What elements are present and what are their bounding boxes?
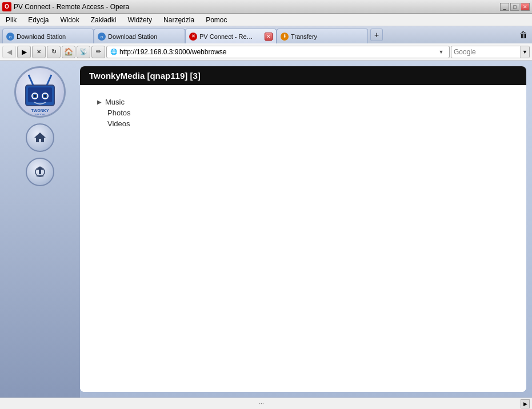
tab-download-station-1[interactable]: O Download Station: [2, 29, 94, 43]
list-item[interactable]: Photos: [97, 107, 509, 118]
svg-text:VISION: VISION: [35, 113, 45, 115]
sidebar-upload-button[interactable]: [26, 158, 54, 186]
menu-widzety[interactable]: Widżety: [124, 15, 155, 25]
browser-icon: O: [2, 2, 11, 11]
stop-button[interactable]: ✕: [32, 46, 46, 58]
close-button[interactable]: ✕: [521, 3, 530, 11]
tab-close-3[interactable]: ✕: [265, 33, 273, 41]
tab-label-1: Download Station: [17, 33, 66, 40]
status-dots: ···: [2, 400, 521, 407]
menu-zakladki[interactable]: Zakładki: [87, 15, 120, 25]
list-item[interactable]: Videos: [97, 118, 509, 129]
tab-transfery[interactable]: ⬇ Transfery: [277, 29, 368, 43]
back-button[interactable]: ◀: [2, 46, 16, 58]
content-title: TwonkyMedia [qnap119] [3]: [89, 71, 201, 81]
address-dropdown-arrow[interactable]: ▼: [437, 46, 446, 58]
media-item-label: Music: [105, 98, 125, 106]
trash-button[interactable]: 🗑: [517, 29, 530, 41]
tab-icon-4: ⬇: [281, 33, 289, 41]
home-nav-button[interactable]: 🏠: [62, 46, 75, 58]
menu-plik[interactable]: Plik: [2, 15, 20, 25]
main-area: TWONKY VISION TwonkyMedia [qnap119] [3]: [0, 61, 532, 398]
address-input[interactable]: [119, 48, 434, 56]
content-header: TwonkyMedia [qnap119] [3]: [80, 66, 526, 85]
address-bar[interactable]: 🌐 ▼: [106, 46, 450, 58]
rss-button[interactable]: 📡: [77, 46, 90, 58]
edit-button[interactable]: ✏: [91, 46, 105, 58]
title-bar-controls[interactable]: _ □ ✕: [500, 3, 530, 11]
menu-narzedzia[interactable]: Narzędzia: [160, 15, 198, 25]
title-text: PV Connect - Remote Access - Opera: [14, 3, 129, 11]
svg-point-10: [34, 95, 36, 97]
search-input[interactable]: [451, 48, 520, 56]
tab-icon-1: O: [6, 33, 14, 41]
add-tab-button[interactable]: +: [370, 29, 383, 41]
media-list: ▶ Music Photos Videos: [97, 97, 509, 129]
search-dropdown-arrow[interactable]: ▼: [520, 46, 529, 58]
nav-bar: ◀ ▶ ✕ ↻ 🏠 📡 ✏ 🌐 ▼ ▼: [0, 43, 532, 61]
svg-rect-5: [28, 87, 52, 102]
menu-widok[interactable]: Widok: [57, 15, 82, 25]
reload-button[interactable]: ↻: [47, 46, 61, 58]
tab-label-2: Download Station: [108, 33, 157, 40]
tab-icon-2: O: [98, 33, 106, 41]
expand-arrow-icon: ▶: [97, 99, 102, 105]
svg-text:O: O: [9, 35, 12, 38]
search-bar[interactable]: ▼: [451, 46, 530, 58]
media-item-label: Videos: [107, 119, 130, 128]
tab-download-station-2[interactable]: O Download Station: [94, 29, 185, 43]
scroll-right-button[interactable]: ▶: [521, 399, 530, 408]
list-item[interactable]: ▶ Music: [97, 97, 509, 107]
title-bar: O PV Connect - Remote Access - Opera _ □…: [0, 0, 532, 14]
menu-edycja[interactable]: Edycja: [25, 15, 52, 25]
tab-label-4: Transfery: [291, 33, 317, 40]
sidebar: TWONKY VISION: [0, 61, 80, 398]
content-body: ▶ Music Photos Videos: [80, 85, 526, 392]
forward-button[interactable]: ▶: [17, 46, 31, 58]
svg-line-7: [47, 75, 51, 85]
content-panel: TwonkyMedia [qnap119] [3] ▶ Music Photos…: [80, 66, 526, 392]
title-bar-left: O PV Connect - Remote Access - Opera: [2, 2, 129, 11]
maximize-button[interactable]: □: [510, 3, 519, 11]
tab-pvconnect[interactable]: ✕ PV Connect - Remote Ac... ✕: [185, 29, 277, 43]
media-item-label: Photos: [107, 109, 130, 117]
svg-line-6: [29, 75, 33, 85]
tab-bar: O Download Station O Download Station ✕ …: [0, 26, 532, 43]
tab-label-3: PV Connect - Remote Ac...: [199, 33, 257, 40]
menu-bar: Plik Edycja Widok Zakładki Widżety Narzę…: [0, 14, 532, 26]
sidebar-home-button[interactable]: [26, 123, 54, 152]
twonky-logo: TWONKY VISION: [14, 66, 66, 118]
svg-text:TWONKY: TWONKY: [31, 109, 49, 113]
minimize-button[interactable]: _: [500, 3, 509, 11]
svg-text:O: O: [101, 35, 103, 38]
svg-point-13: [44, 95, 46, 97]
menu-pomoc[interactable]: Pomoc: [202, 15, 230, 25]
tab-icon-3: ✕: [189, 33, 197, 41]
address-icon: 🌐: [110, 49, 117, 55]
status-bar: ··· ▶: [0, 398, 532, 409]
